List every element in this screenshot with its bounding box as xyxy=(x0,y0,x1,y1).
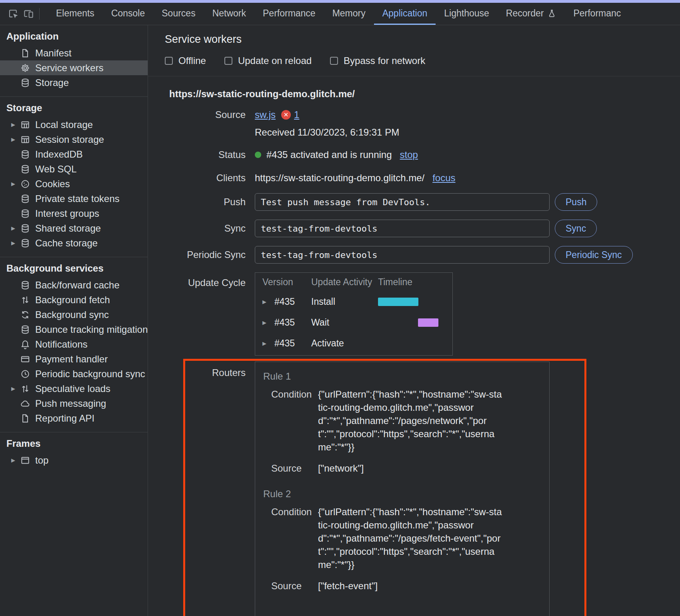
stop-link[interactable]: stop xyxy=(400,149,418,160)
expand-arrow-icon[interactable]: ▶ xyxy=(11,240,20,246)
expand-arrow-icon[interactable]: ▶ xyxy=(11,181,20,187)
tab-console[interactable]: Console xyxy=(103,3,153,25)
rule-source-value: ["network"] xyxy=(318,462,502,475)
expand-arrow-icon[interactable]: ▶ xyxy=(11,386,20,392)
sidebar-item-storage[interactable]: ▶ Storage xyxy=(0,75,148,90)
sidebar-item-session-storage[interactable]: ▶ Session storage xyxy=(0,132,148,147)
status-row: Status #435 activated and is running sto… xyxy=(165,149,680,160)
sidebar-item-cookies[interactable]: ▶ Cookies xyxy=(0,176,148,191)
install-timeline-bar xyxy=(378,298,418,306)
page-title: Service workers xyxy=(165,33,680,46)
fetch-arrows-icon xyxy=(20,295,30,305)
tab-memory[interactable]: Memory xyxy=(324,3,374,25)
status-text: #435 activated and is running xyxy=(266,149,392,160)
update-on-reload-checkbox-row[interactable]: Update on reload xyxy=(224,55,312,66)
update-cycle-label: Update Cycle xyxy=(165,272,246,288)
sidebar-item-background-fetch[interactable]: ▶ Background fetch xyxy=(0,292,148,307)
expand-arrow-icon[interactable]: ▶ xyxy=(262,299,274,305)
expand-arrow-icon[interactable]: ▶ xyxy=(262,320,274,326)
router-rule-1: Rule 1 Condition {"urlPattern":{"hash":"… xyxy=(263,371,541,475)
rule-condition-row: Condition {"urlPattern":{"hash":"*","hos… xyxy=(271,505,541,571)
router-rule-2: Rule 2 Condition {"urlPattern":{"hash":"… xyxy=(263,488,541,592)
offline-checkbox-row[interactable]: Offline xyxy=(165,55,206,66)
version-cell: #435 xyxy=(274,317,311,328)
expand-arrow-icon[interactable]: ▶ xyxy=(262,340,274,346)
tab-performance[interactable]: Performance xyxy=(254,3,324,25)
sync-icon xyxy=(20,310,30,320)
periodic-sync-label: Periodic Sync xyxy=(165,249,246,260)
expand-arrow-icon[interactable]: ▶ xyxy=(11,122,20,128)
sidebar-item-payment-handler[interactable]: ▶ Payment handler xyxy=(0,352,148,366)
update-on-reload-checkbox[interactable] xyxy=(224,57,232,65)
sidebar-item-interest-groups[interactable]: ▶ Interest groups xyxy=(0,206,148,221)
update-cycle-install-row[interactable]: ▶ #435 Install xyxy=(255,291,452,312)
sidebar-item-top[interactable]: ▶ top xyxy=(0,453,148,468)
periodic-sync-tag-input[interactable] xyxy=(255,246,550,264)
clients-row: Clients https://sw-static-routing-demo.g… xyxy=(165,172,680,184)
database-icon xyxy=(20,149,30,160)
sidebar-item-indexeddb[interactable]: ▶ IndexedDB xyxy=(0,147,148,162)
push-button[interactable]: Push xyxy=(555,193,597,211)
source-file-link[interactable]: sw.js xyxy=(255,109,276,120)
tab-sources[interactable]: Sources xyxy=(153,3,204,25)
tab-network[interactable]: Network xyxy=(204,3,254,25)
sidebar-item-push-messaging[interactable]: ▶ Push messaging xyxy=(0,396,148,411)
sidebar-item-manifest[interactable]: ▶ Manifest xyxy=(0,46,148,60)
tab-elements[interactable]: Elements xyxy=(48,3,103,25)
tab-performance-insights[interactable]: Performanc xyxy=(565,3,629,25)
tab-recorder[interactable]: Recorder xyxy=(498,3,565,25)
sidebar-item-cache-storage[interactable]: ▶ Cache storage xyxy=(0,236,148,250)
sidebar-item-notifications[interactable]: ▶ Notifications xyxy=(0,337,148,352)
sidebar-section-title: Frames xyxy=(0,438,148,450)
rule-source-row: Source ["fetch-event"] xyxy=(271,579,541,592)
sidebar-item-private-state-tokens[interactable]: ▶ Private state tokens xyxy=(0,191,148,206)
sw-toolbar: Offline Update on reload Bypass for netw… xyxy=(165,55,680,66)
device-toolbar-icon[interactable] xyxy=(21,3,36,25)
routers-label: Routers xyxy=(165,362,246,378)
sync-tag-input[interactable] xyxy=(255,220,550,237)
sidebar-item-shared-storage[interactable]: ▶ Shared storage xyxy=(0,221,148,236)
bypass-for-network-label: Bypass for network xyxy=(344,55,425,66)
sidebar-section-storage: Storage ▶ Local storage ▶ Session storag… xyxy=(0,97,148,257)
rule-condition-value: {"urlPattern":{"hash":"*","hostname":"sw… xyxy=(318,388,502,454)
error-count-link[interactable]: 1 xyxy=(294,109,299,120)
sidebar-item-web-sql[interactable]: ▶ Web SQL xyxy=(0,162,148,176)
sync-label: Sync xyxy=(165,223,246,234)
tab-application[interactable]: Application xyxy=(374,3,436,25)
focus-link[interactable]: focus xyxy=(432,172,455,184)
sidebar-item-periodic-background-sync[interactable]: ▶ Periodic background sync xyxy=(0,366,148,381)
expand-arrow-icon[interactable]: ▶ xyxy=(11,225,20,231)
source-row: Source sw.js ✕ 1 xyxy=(165,109,680,120)
inspect-element-icon[interactable] xyxy=(6,3,21,25)
window-top-strip xyxy=(0,0,680,3)
expand-arrow-icon[interactable]: ▶ xyxy=(11,457,20,463)
push-message-input[interactable] xyxy=(255,193,550,211)
periodic-sync-button[interactable]: Periodic Sync xyxy=(555,246,633,264)
offline-checkbox[interactable] xyxy=(165,57,173,65)
activity-cell: Wait xyxy=(311,317,378,328)
sidebar-item-background-sync[interactable]: ▶ Background sync xyxy=(0,307,148,322)
update-cycle-activate-row[interactable]: ▶ #435 Activate xyxy=(255,333,452,354)
sidebar-item-speculative-loads[interactable]: ▶ Speculative loads xyxy=(0,381,148,396)
database-icon xyxy=(20,164,30,174)
document-icon xyxy=(20,413,30,424)
update-cycle-wait-row[interactable]: ▶ #435 Wait xyxy=(255,312,452,333)
sidebar-item-local-storage[interactable]: ▶ Local storage xyxy=(0,117,148,132)
bypass-for-network-checkbox-row[interactable]: Bypass for network xyxy=(330,55,425,66)
version-cell: #435 xyxy=(274,338,311,349)
sidebar-item-bounce-tracking-mitigations[interactable]: ▶ Bounce tracking mitigations xyxy=(0,322,148,337)
clients-label: Clients xyxy=(165,172,246,184)
error-icon[interactable]: ✕ xyxy=(281,110,291,120)
sidebar-item-service-workers[interactable]: ▶ Service workers xyxy=(0,60,148,75)
tab-lighthouse[interactable]: Lighthouse xyxy=(436,3,498,25)
sidebar-item-back-forward-cache[interactable]: ▶ Back/forward cache xyxy=(0,278,148,292)
sidebar-item-reporting-api[interactable]: ▶ Reporting API xyxy=(0,411,148,426)
database-icon xyxy=(20,208,30,219)
expand-arrow-icon[interactable]: ▶ xyxy=(11,136,20,142)
column-version: Version xyxy=(262,277,311,288)
sync-button[interactable]: Sync xyxy=(555,220,597,237)
push-row: Push Push xyxy=(165,193,680,211)
cloud-icon xyxy=(20,398,30,409)
devtools-window: Elements Console Sources Network Perform… xyxy=(0,0,680,616)
bypass-for-network-checkbox[interactable] xyxy=(330,57,338,65)
